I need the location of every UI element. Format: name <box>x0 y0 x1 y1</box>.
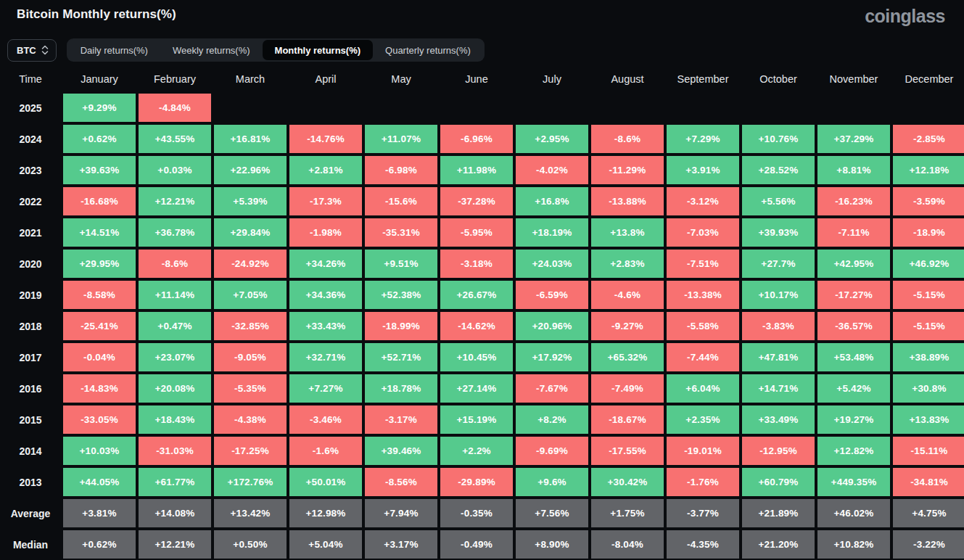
return-cell: -11.29% <box>591 156 664 184</box>
return-cell: +44.05% <box>63 468 136 496</box>
return-cell: +8.2% <box>516 405 588 434</box>
return-cell: +0.47% <box>139 312 211 340</box>
page-title: Bitcoin Monthly returns(%) <box>17 7 176 22</box>
return-cell: +12.21% <box>139 187 211 215</box>
return-cell: -3.22% <box>893 530 964 559</box>
coinglass-logo: coinglass <box>865 7 945 25</box>
return-cell: +1.75% <box>591 499 664 527</box>
row-label: 2022 <box>1 187 60 215</box>
return-cell: +0.62% <box>63 125 136 153</box>
row-label: 2019 <box>1 281 60 309</box>
return-cell: +0.03% <box>139 156 211 184</box>
column-header: December <box>893 67 964 91</box>
return-cell: +47.81% <box>742 343 815 371</box>
return-cell: +3.91% <box>667 156 739 184</box>
tab-monthly-returns[interactable]: Monthly returns(%) <box>263 40 373 60</box>
return-cell: +52.38% <box>365 281 437 309</box>
row-label: Average <box>1 499 60 527</box>
column-header: October <box>742 67 815 91</box>
return-cell: -15.11% <box>893 437 964 465</box>
return-cell: +46.02% <box>817 499 890 527</box>
return-cell: +16.8% <box>516 187 588 215</box>
return-cell: -3.17% <box>365 405 437 434</box>
return-cell: +52.71% <box>365 343 437 371</box>
return-cell: -17.3% <box>289 187 362 215</box>
coin-selector[interactable]: BTC <box>7 39 57 62</box>
return-cell: -14.62% <box>440 312 513 340</box>
return-cell: +17.92% <box>516 343 588 371</box>
return-cell: +7.05% <box>214 281 287 309</box>
return-cell: -7.03% <box>667 218 739 247</box>
return-cell: +24.03% <box>516 250 588 278</box>
return-cell: +26.67% <box>440 281 513 309</box>
column-header: March <box>214 67 287 91</box>
return-cell: -9.27% <box>591 312 664 340</box>
return-cell: +22.96% <box>214 156 287 184</box>
return-cell <box>214 94 287 122</box>
return-cell: +0.50% <box>214 530 287 559</box>
return-cell: -13.38% <box>667 281 739 309</box>
row-label: 2023 <box>1 156 60 184</box>
return-cell: +12.82% <box>817 437 890 465</box>
return-cell: -17.55% <box>591 437 664 465</box>
return-cell: +449.35% <box>817 468 890 496</box>
return-cell: +50.01% <box>289 468 362 496</box>
return-cell: +65.32% <box>591 343 664 371</box>
return-cell: -24.92% <box>214 250 287 278</box>
return-cell: -18.67% <box>591 405 664 434</box>
return-cell: +7.27% <box>289 374 362 403</box>
return-cell: +37.29% <box>817 125 890 153</box>
return-cell: +7.56% <box>516 499 588 527</box>
return-cell: +5.39% <box>214 187 287 215</box>
tab-quarterly-returns[interactable]: Quarterly returns(%) <box>373 40 483 60</box>
return-cell <box>516 94 588 122</box>
return-cell: -31.03% <box>139 437 211 465</box>
return-cell: -18.9% <box>893 218 964 247</box>
return-cell: -3.59% <box>893 187 964 215</box>
return-cell: +34.26% <box>289 250 362 278</box>
return-cell: +10.76% <box>742 125 815 153</box>
return-cell: +10.17% <box>742 281 815 309</box>
return-cell: +21.89% <box>742 499 815 527</box>
tab-weekly-returns[interactable]: Weekly returns(%) <box>160 40 263 60</box>
row-label: 2014 <box>1 437 60 465</box>
return-cell: -2.85% <box>893 125 964 153</box>
return-cell: -16.68% <box>63 187 136 215</box>
return-cell: +13.83% <box>893 405 964 434</box>
return-cell: -13.88% <box>591 187 664 215</box>
return-cell: -4.6% <box>591 281 664 309</box>
return-cell: -3.77% <box>667 499 739 527</box>
return-cell: +34.36% <box>289 281 362 309</box>
return-cell: +8.81% <box>817 156 890 184</box>
return-cell: +10.45% <box>440 343 513 371</box>
coin-selector-value: BTC <box>17 45 36 56</box>
return-cell: +9.29% <box>63 94 136 122</box>
tab-daily-returns[interactable]: Daily returns(%) <box>68 40 160 60</box>
return-cell: +30.42% <box>591 468 664 496</box>
return-cell: -7.44% <box>667 343 739 371</box>
return-cell: -3.18% <box>440 250 513 278</box>
return-cell: +14.71% <box>742 374 815 403</box>
return-cell: -1.76% <box>667 468 739 496</box>
return-cell: +39.63% <box>63 156 136 184</box>
row-label: 2025 <box>1 94 60 122</box>
return-cell: +11.14% <box>139 281 211 309</box>
return-cell: +11.98% <box>440 156 513 184</box>
return-cell: -8.6% <box>139 250 211 278</box>
return-cell: -5.35% <box>214 374 287 403</box>
return-cell: +4.75% <box>893 499 964 527</box>
return-cell: -1.6% <box>289 437 362 465</box>
return-cell: +29.84% <box>214 218 287 247</box>
column-header: August <box>591 67 664 91</box>
return-cell: -36.57% <box>817 312 890 340</box>
row-label: 2017 <box>1 343 60 371</box>
return-cell: -6.96% <box>440 125 513 153</box>
return-cell: -5.58% <box>667 312 739 340</box>
return-cell: -4.02% <box>516 156 588 184</box>
return-cell: -9.69% <box>516 437 588 465</box>
return-cell <box>440 94 513 122</box>
return-cell: +18.43% <box>139 405 211 434</box>
return-cell: -25.41% <box>63 312 136 340</box>
return-cell: -7.67% <box>516 374 588 403</box>
return-cell: +29.95% <box>63 250 136 278</box>
